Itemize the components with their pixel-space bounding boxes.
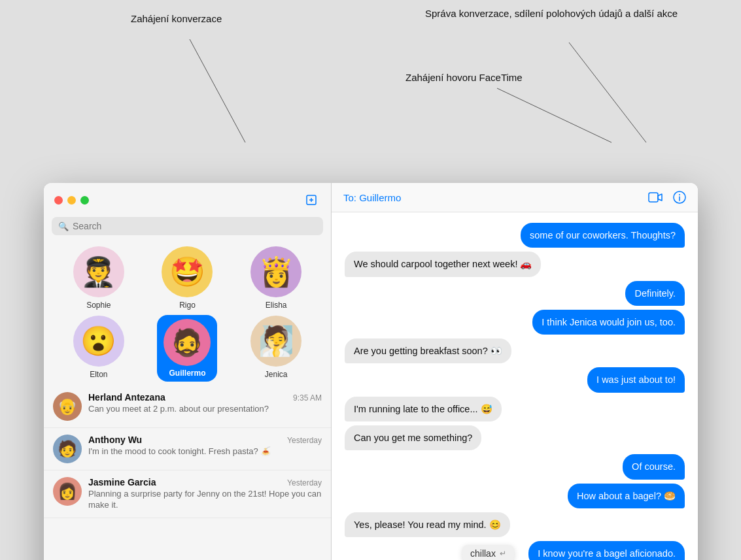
conv-time-anthony: Yesterday: [287, 436, 322, 445]
conv-avatar-jasmine: 👩: [53, 477, 82, 506]
chat-to-label: To: Guillermo: [343, 192, 401, 203]
conv-info-herland: Herland Antezana 9:35 AM Can you meet at…: [88, 392, 322, 415]
annotation-manage: Správa konverzace, sdílení polohových úd…: [425, 7, 678, 20]
message-10: Yes, please! You read my mind. 😊: [345, 512, 510, 537]
conv-item-anthony[interactable]: 🧑 Anthony Wu Yesterday I'm in the mood t…: [44, 428, 331, 470]
pinned-contact-sophie[interactable]: 🧑‍✈️ Sophie: [69, 246, 128, 310]
conv-preview-herland: Can you meet at 2 p.m. about our present…: [88, 404, 322, 415]
message-3: I think Jenica would join us, too.: [532, 310, 685, 335]
conv-name-anthony: Anthony Wu: [88, 435, 142, 445]
compose-button[interactable]: [302, 191, 320, 209]
pinned-contact-rigo[interactable]: 🤩 Rigo: [158, 246, 216, 310]
svg-line-2: [497, 88, 612, 142]
svg-line-0: [190, 39, 245, 142]
message-2: Definitely.: [625, 281, 685, 306]
avatar-elton: 😮: [73, 315, 125, 367]
pinned-name-sophie: Sophie: [86, 301, 111, 310]
autocomplete-word: chillax: [470, 548, 496, 559]
chat-header: To: Guillermo: [332, 183, 698, 212]
autocomplete-return: ↵: [500, 549, 506, 558]
app-window: 🔍 🧑‍✈️ Sophie 🤩 Rigo 👸 Elisha 😮 Elton: [44, 183, 698, 560]
avatar-rigo: 🤩: [161, 246, 213, 298]
pinned-contact-elton[interactable]: 😮 Elton: [69, 315, 128, 382]
svg-line-1: [569, 42, 646, 142]
avatar-sophie: 🧑‍✈️: [73, 246, 125, 298]
pinned-name-elisha: Elisha: [266, 301, 287, 310]
chat-panel: To: Guillermo: [332, 183, 698, 560]
search-input[interactable]: [73, 221, 317, 231]
conv-avatar-herland: 👴: [53, 392, 82, 421]
pinned-name-guillermo: Guillermo: [169, 369, 205, 378]
close-button[interactable]: [54, 196, 63, 205]
traffic-lights: [54, 196, 89, 205]
search-icon: 🔍: [58, 222, 69, 231]
annotation-facetime: Zahájení hovoru FaceTime: [405, 72, 523, 83]
svg-point-9: [679, 194, 680, 195]
conversation-list: 👴 Herland Antezana 9:35 AM Can you meet …: [44, 386, 331, 560]
message-1: We should carpool together next week! 🚗: [345, 252, 541, 276]
details-button[interactable]: [673, 191, 686, 204]
message-9: How about a bagel? 🥯: [568, 484, 685, 508]
messages-area: some of our coworkers. Thoughts?We shoul…: [332, 212, 698, 560]
conv-name-herland: Herland Antezana: [88, 392, 165, 403]
conv-info-anthony: Anthony Wu Yesterday I'm in the mood to …: [88, 435, 322, 457]
svg-rect-6: [649, 193, 658, 202]
fullscreen-button[interactable]: [80, 196, 89, 205]
message-6: I'm running late to the office... 😅: [345, 397, 502, 421]
sidebar: 🔍 🧑‍✈️ Sophie 🤩 Rigo 👸 Elisha 😮 Elton: [44, 183, 332, 560]
avatar-elisha: 👸: [250, 246, 302, 298]
message-8: Of course.: [623, 454, 685, 479]
pinned-name-elton: Elton: [90, 370, 107, 379]
search-bar: 🔍: [52, 217, 323, 235]
titlebar: [44, 183, 331, 214]
avatar-jenica: 🧖: [250, 315, 302, 367]
conv-avatar-anthony: 🧑: [53, 435, 82, 463]
message-4: Are you getting breakfast soon? 👀: [345, 338, 511, 363]
conv-time-jasmine: Yesterday: [287, 478, 322, 487]
autocomplete-popup[interactable]: chillax ↵: [462, 545, 514, 560]
pinned-contact-guillermo[interactable]: 🧔 Guillermo: [158, 315, 216, 382]
conv-name-jasmine: Jasmine Garcia: [88, 477, 156, 487]
annotation-compose: Zahájení konverzace: [131, 13, 222, 24]
pinned-row-1: 🧑‍✈️ Sophie 🤩 Rigo 👸 Elisha: [44, 240, 331, 312]
pinned-row-2: 😮 Elton 🧔 Guillermo 🧖 Jenica: [44, 312, 331, 386]
facetime-button[interactable]: [648, 192, 663, 203]
chat-recipient: Guillermo: [359, 192, 401, 203]
message-7: Can you get me something?: [345, 425, 481, 450]
conv-item-jasmine[interactable]: 👩 Jasmine Garcia Yesterday Planning a su…: [44, 470, 331, 518]
pinned-contact-elisha[interactable]: 👸 Elisha: [247, 246, 305, 310]
conv-preview-jasmine: Planning a surprise party for Jenny on t…: [88, 489, 322, 511]
pinned-name-jenica: Jenica: [265, 370, 288, 379]
header-actions: [648, 191, 686, 204]
conv-info-jasmine: Jasmine Garcia Yesterday Planning a surp…: [88, 477, 322, 511]
message-11: I know you're a bagel aficionado.: [528, 541, 685, 560]
conv-preview-anthony: I'm in the mood to cook tonight. Fresh p…: [88, 446, 322, 457]
message-5: I was just about to!: [587, 367, 685, 392]
pinned-name-rigo: Rigo: [179, 301, 196, 310]
pinned-contact-jenica[interactable]: 🧖 Jenica: [247, 315, 305, 382]
minimize-button[interactable]: [67, 196, 76, 205]
conv-time-herland: 9:35 AM: [293, 393, 322, 403]
message-0: some of our coworkers. Thoughts?: [521, 223, 685, 248]
conv-item-herland[interactable]: 👴 Herland Antezana 9:35 AM Can you meet …: [44, 386, 331, 428]
